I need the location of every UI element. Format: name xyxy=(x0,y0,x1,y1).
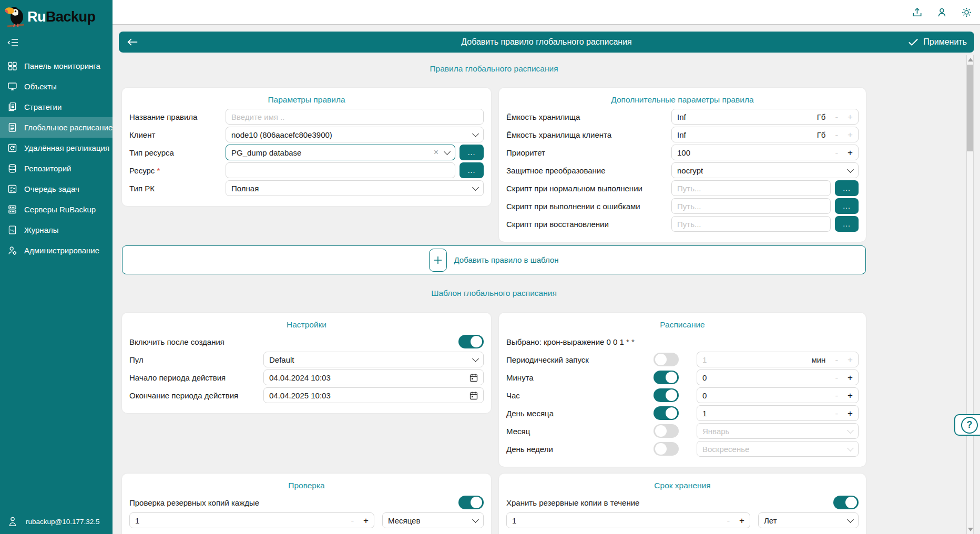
period-end-datepicker[interactable]: 04.04.2025 10:03 xyxy=(263,387,484,403)
retention-unit-select[interactable]: Лет xyxy=(758,512,859,528)
periodic-run-toggle[interactable] xyxy=(654,353,679,366)
export-icon[interactable] xyxy=(911,6,923,18)
minus-button[interactable]: - xyxy=(351,516,354,525)
topbar xyxy=(113,0,980,25)
plus-button[interactable]: + xyxy=(848,130,853,139)
sidebar-item-global-schedule[interactable]: Глобальное расписание xyxy=(0,117,113,138)
back-button[interactable] xyxy=(119,32,146,53)
apply-button[interactable]: Применить xyxy=(908,37,974,47)
sidebar-item-repository[interactable]: Репозиторий xyxy=(0,158,113,179)
script-err-input[interactable] xyxy=(671,198,831,214)
app-logo: RuBackup xyxy=(0,0,113,30)
client-select[interactable]: node10 (806aacefc80e3900) xyxy=(226,127,484,142)
crypto-select[interactable]: nocrypt xyxy=(671,162,859,178)
resource-input[interactable] xyxy=(226,162,455,178)
script-err-more-button[interactable]: ... xyxy=(835,198,859,214)
sidebar-item-dashboard[interactable]: Панель мониторинга xyxy=(0,56,113,76)
minute-toggle[interactable] xyxy=(654,371,679,384)
scrollbar-thumb[interactable] xyxy=(967,65,973,151)
plus-button[interactable]: + xyxy=(848,373,853,382)
month-toggle[interactable] xyxy=(654,424,679,438)
retention-value-stepper[interactable]: 1 - + xyxy=(506,512,750,528)
minus-button[interactable]: - xyxy=(835,409,838,418)
script-err-label: Скрипт при выполнении с ошибками xyxy=(506,202,671,211)
client-capacity-stepper[interactable]: Inf Гб - + xyxy=(671,127,859,142)
enable-after-create-toggle[interactable] xyxy=(458,335,484,348)
rule-name-input[interactable] xyxy=(226,109,484,125)
day-of-month-stepper[interactable]: 1 - + xyxy=(697,405,859,421)
check-unit-value: Месяцев xyxy=(388,516,420,525)
calendar-icon[interactable] xyxy=(469,391,478,400)
check-value-stepper[interactable]: 1 - + xyxy=(129,512,374,528)
script-ok-more-button[interactable]: ... xyxy=(835,180,859,196)
pool-select[interactable]: Default xyxy=(263,352,484,367)
plus-button[interactable]: + xyxy=(848,112,853,121)
month-select[interactable]: Январь xyxy=(697,423,859,439)
current-user[interactable]: rubackup@10.177.32.5 xyxy=(0,516,120,534)
retention-toggle[interactable] xyxy=(833,496,859,509)
minus-button[interactable]: - xyxy=(835,148,838,157)
plus-button[interactable]: + xyxy=(848,148,853,157)
toggle-knob xyxy=(471,497,482,508)
period-start-datepicker[interactable]: 04.04.2024 10:03 xyxy=(263,369,484,385)
minus-button[interactable]: - xyxy=(835,130,838,139)
storage-capacity-stepper[interactable]: Inf Гб - + xyxy=(671,109,859,125)
sidebar-item-administration[interactable]: Администрирование xyxy=(0,240,113,261)
sidebar-item-servers[interactable]: Серверы RuBackup xyxy=(0,199,113,220)
scroll-down-arrow-icon[interactable] xyxy=(968,528,973,531)
hour-value: 0 xyxy=(702,391,707,400)
unit-suffix: мин xyxy=(811,355,825,364)
resource-type-more-button[interactable]: ... xyxy=(460,145,484,160)
sidebar-item-remote-replication[interactable]: Удалённая репликация xyxy=(0,138,113,158)
priority-stepper[interactable]: 100 - + xyxy=(671,145,859,160)
sidebar-item-objects[interactable]: Объекты xyxy=(0,76,113,97)
script-ok-input[interactable] xyxy=(671,180,831,196)
resource-type-label: Тип ресурса xyxy=(129,148,226,157)
help-button[interactable]: ? xyxy=(954,414,980,436)
plus-button[interactable]: + xyxy=(363,516,369,525)
sidebar-collapse-button[interactable] xyxy=(0,30,113,50)
minute-stepper[interactable]: 0 - + xyxy=(697,369,859,385)
minus-button[interactable]: - xyxy=(835,391,838,400)
period-end-row: Окончание периода действия 04.04.2025 10… xyxy=(129,387,484,403)
resource-type-combobox[interactable]: PG_dump database × xyxy=(226,145,455,160)
scroll-up-arrow-icon[interactable] xyxy=(968,58,973,61)
clear-icon[interactable]: × xyxy=(434,148,445,157)
toggle-knob xyxy=(655,425,667,437)
periodic-run-stepper[interactable]: 1 мин - + xyxy=(697,352,859,367)
check-title: Проверка xyxy=(129,479,484,492)
pool-row: Пул Default xyxy=(129,352,484,367)
minus-button[interactable]: - xyxy=(835,355,838,364)
plus-button[interactable]: + xyxy=(848,391,853,400)
check-every-toggle[interactable] xyxy=(458,496,484,509)
extra-params-card: Дополнительные параметры правила Ёмкость… xyxy=(499,88,866,242)
vertical-scrollbar[interactable] xyxy=(966,55,974,534)
hour-stepper[interactable]: 0 - + xyxy=(697,387,859,403)
day-of-month-toggle[interactable] xyxy=(654,406,679,420)
sidebar-item-strategies[interactable]: Стратегии xyxy=(0,97,113,117)
calendar-icon[interactable] xyxy=(469,373,478,382)
sidebar-item-journals[interactable]: log Журналы xyxy=(0,220,113,240)
sidebar-item-label: Журналы xyxy=(24,225,59,234)
plus-button[interactable]: + xyxy=(848,409,853,418)
day-of-week-toggle[interactable] xyxy=(654,442,679,456)
hour-toggle[interactable] xyxy=(654,388,679,402)
hour-row: Час 0 - + xyxy=(506,387,859,403)
minus-button[interactable]: - xyxy=(835,112,838,121)
minus-button[interactable]: - xyxy=(727,516,730,525)
script-restore-input[interactable] xyxy=(671,216,831,232)
sidebar-item-label: Удалённая репликация xyxy=(24,143,109,152)
rk-type-select[interactable]: Полная xyxy=(226,180,484,196)
check-unit-select[interactable]: Месяцев xyxy=(382,512,484,528)
day-of-week-select[interactable]: Воскресенье xyxy=(697,441,859,457)
add-rule-to-template-button[interactable]: Добавить правило в шаблон xyxy=(122,245,866,274)
plus-button[interactable]: + xyxy=(848,355,853,364)
minus-button[interactable]: - xyxy=(835,373,838,382)
profile-icon[interactable] xyxy=(936,6,948,18)
resource-more-button[interactable]: ... xyxy=(460,162,484,178)
rule-params-card: Параметры правила Название правила Клиен… xyxy=(122,88,491,206)
plus-button[interactable]: + xyxy=(739,516,744,525)
script-restore-more-button[interactable]: ... xyxy=(835,216,859,232)
settings-gear-icon[interactable] xyxy=(961,6,973,18)
sidebar-item-task-queue[interactable]: Очередь задач xyxy=(0,179,113,199)
